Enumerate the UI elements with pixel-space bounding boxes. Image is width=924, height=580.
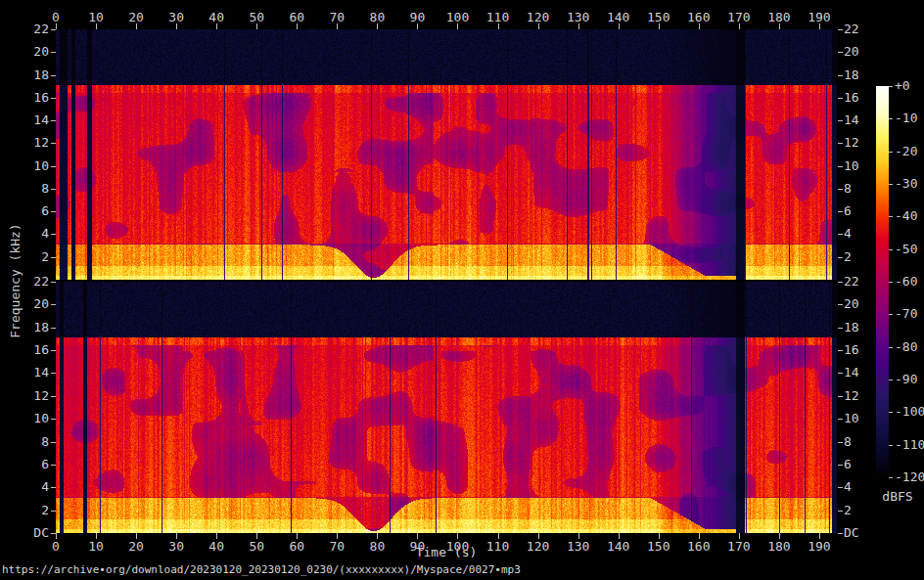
freq-tick bbox=[51, 304, 56, 305]
freq-tick bbox=[51, 419, 56, 420]
freq-tick-label: DC bbox=[14, 526, 49, 540]
freq-tick bbox=[838, 511, 843, 512]
colorbar-tick bbox=[889, 314, 893, 315]
x-axis-title: Time (s) bbox=[56, 545, 837, 559]
freq-tick bbox=[838, 189, 843, 190]
freq-tick-label: 10 bbox=[14, 412, 49, 425]
colorbar-tick bbox=[889, 282, 893, 283]
freq-tick-label: 4 bbox=[14, 227, 49, 241]
colorbar-tick bbox=[889, 86, 893, 87]
freq-tick bbox=[51, 487, 56, 488]
time-tick-label: 150 bbox=[639, 10, 678, 24]
colorbar-tick bbox=[889, 118, 893, 119]
time-tick-label: 110 bbox=[479, 10, 518, 24]
time-tick-label: 10 bbox=[76, 10, 116, 24]
freq-tick-label: 20 bbox=[844, 45, 883, 59]
freq-tick bbox=[51, 98, 56, 99]
spectrogram-viewer: Frequency (kHz) 010203040506070809010011… bbox=[0, 0, 924, 580]
time-tick-label: 140 bbox=[599, 10, 638, 24]
freq-tick bbox=[51, 120, 56, 121]
source-url-text: https://archive•org/download/20230120_20… bbox=[2, 563, 521, 576]
time-tick-label: 60 bbox=[277, 10, 316, 24]
colorbar-tick bbox=[889, 445, 893, 446]
freq-tick-label: 4 bbox=[14, 480, 49, 494]
colorbar-tick bbox=[889, 249, 893, 250]
freq-tick bbox=[838, 120, 843, 121]
colorbar-tick-label: -30 bbox=[895, 177, 924, 191]
time-tick-label: 100 bbox=[438, 10, 477, 24]
time-tick-label: 180 bbox=[760, 10, 799, 24]
freq-tick bbox=[838, 282, 843, 283]
freq-tick-label: 18 bbox=[844, 68, 883, 82]
freq-tick bbox=[51, 533, 56, 534]
freq-tick bbox=[838, 304, 843, 305]
freq-tick-label: 14 bbox=[14, 366, 49, 379]
freq-tick-label: DC bbox=[844, 526, 883, 540]
freq-tick bbox=[51, 75, 56, 76]
colorbar-gradient bbox=[876, 86, 889, 477]
freq-tick-label: 14 bbox=[14, 113, 49, 127]
freq-tick bbox=[838, 328, 843, 329]
freq-tick bbox=[838, 29, 843, 30]
colorbar-tick-label: -110 bbox=[895, 438, 924, 452]
freq-tick-label: 2 bbox=[844, 504, 883, 517]
freq-tick bbox=[51, 442, 56, 443]
freq-tick-label: 6 bbox=[14, 204, 49, 218]
freq-tick bbox=[838, 487, 843, 488]
time-tick-label: 170 bbox=[719, 10, 759, 24]
colorbar-tick bbox=[889, 477, 893, 478]
freq-tick bbox=[838, 373, 843, 374]
freq-tick bbox=[838, 257, 843, 258]
time-tick-label: 160 bbox=[679, 10, 718, 24]
time-tick-label: 70 bbox=[317, 10, 356, 24]
freq-tick-label: 10 bbox=[14, 159, 49, 173]
colorbar-tick-label: -20 bbox=[895, 145, 924, 158]
freq-tick bbox=[838, 211, 843, 212]
time-tick-label: 90 bbox=[397, 10, 437, 24]
freq-tick-label: 16 bbox=[14, 91, 49, 105]
freq-tick bbox=[838, 396, 843, 397]
freq-tick-label: 18 bbox=[14, 321, 49, 335]
freq-tick-label: 22 bbox=[844, 22, 883, 36]
colorbar-tick-label: -90 bbox=[895, 373, 924, 386]
freq-tick-label: 2 bbox=[14, 250, 49, 264]
freq-tick-label: 12 bbox=[14, 389, 49, 403]
freq-tick-label: 16 bbox=[14, 343, 49, 357]
freq-tick bbox=[51, 328, 56, 329]
freq-tick-label: 2 bbox=[14, 504, 49, 517]
freq-tick-label: 20 bbox=[14, 297, 49, 311]
time-tick-label: 30 bbox=[157, 10, 196, 24]
time-tick-label: 20 bbox=[116, 10, 156, 24]
colorbar-tick-label: -60 bbox=[895, 275, 924, 289]
freq-tick bbox=[838, 442, 843, 443]
colorbar-tick-label: -120 bbox=[895, 470, 924, 484]
colorbar-tick-label: +0 bbox=[895, 79, 924, 93]
freq-tick bbox=[51, 373, 56, 374]
colorbar-tick-label: -40 bbox=[895, 209, 924, 223]
time-tick-label: 120 bbox=[519, 10, 558, 24]
freq-tick bbox=[51, 511, 56, 512]
time-tick-label: 40 bbox=[197, 10, 236, 24]
freq-tick bbox=[51, 143, 56, 144]
freq-tick bbox=[838, 234, 843, 235]
freq-tick bbox=[838, 533, 843, 534]
freq-tick bbox=[51, 282, 56, 283]
freq-tick bbox=[51, 234, 56, 235]
colorbar-tick-label: -100 bbox=[895, 405, 924, 419]
colorbar-tick bbox=[889, 412, 893, 413]
freq-tick bbox=[838, 143, 843, 144]
time-tick-label: 190 bbox=[800, 10, 839, 24]
freq-tick bbox=[838, 75, 843, 76]
freq-tick-label: 20 bbox=[14, 45, 49, 59]
spectrogram-canvas bbox=[56, 29, 837, 533]
freq-tick-label: 22 bbox=[14, 275, 49, 289]
freq-tick bbox=[51, 52, 56, 53]
freq-tick bbox=[838, 52, 843, 53]
freq-tick bbox=[51, 465, 56, 466]
freq-tick-label: 22 bbox=[14, 22, 49, 36]
freq-tick bbox=[51, 29, 56, 30]
colorbar-tick bbox=[889, 347, 893, 348]
freq-tick-label: 8 bbox=[14, 435, 49, 449]
colorbar-unit-label: dBFS bbox=[874, 489, 921, 504]
freq-tick bbox=[838, 419, 843, 420]
